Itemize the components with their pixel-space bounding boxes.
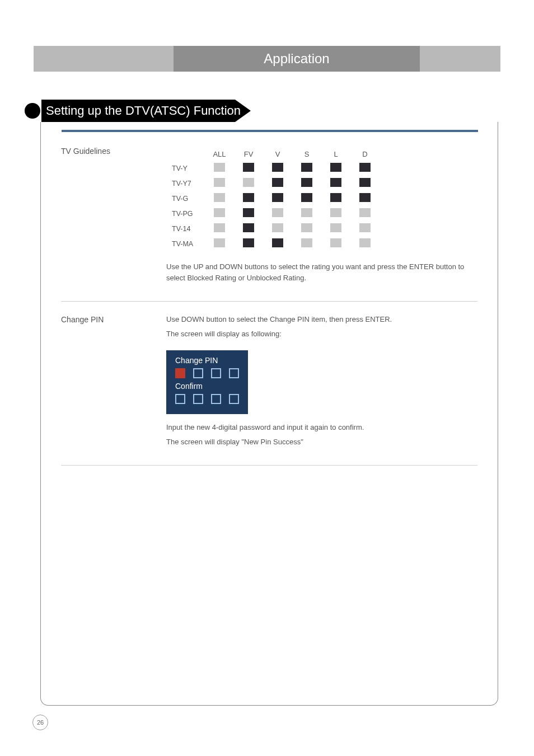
grid-row: TV-MA: [172, 238, 374, 249]
row-label: TV-Y7: [172, 178, 200, 189]
pin-row-2: [175, 394, 239, 404]
row-label: TV-MA: [172, 238, 200, 249]
grid-cell: [210, 193, 229, 204]
square-dark-icon: [272, 238, 283, 247]
grid-cell: [268, 223, 287, 234]
pin-box-title1: Change PIN: [175, 356, 239, 365]
tv-guidelines-section: TV Guidelines ALL FV V S L D TV-YTV-Y7TV…: [61, 130, 477, 299]
square-grey-icon: [330, 208, 341, 217]
square-dark-icon: [301, 178, 312, 187]
square-grey-icon: [214, 238, 225, 247]
grid-cell: [268, 178, 287, 189]
grid-cell: [297, 178, 316, 189]
change-pin-section: Change PIN Use DOWN button to select the…: [61, 304, 477, 463]
square-grey-icon: [301, 238, 312, 247]
tv-guidelines-label: TV Guidelines: [61, 145, 139, 287]
grid-cell: [210, 223, 229, 234]
grid-cell: [210, 208, 229, 219]
pin-box-title2: Confirm: [175, 382, 239, 391]
square-dark-icon: [272, 178, 283, 187]
grid-cell: [326, 193, 345, 204]
pin-digit-empty: [193, 394, 203, 404]
separator: [61, 465, 477, 466]
section-heading: Setting up the DTV(ATSC) Function: [34, 104, 241, 118]
square-dark-icon: [243, 223, 254, 232]
grid-cell: [297, 238, 316, 249]
square-grey-icon: [301, 223, 312, 232]
col-all: ALL: [210, 150, 229, 158]
grid-cell: [239, 208, 258, 219]
pin-row-1: [175, 368, 239, 378]
grid-cell: [326, 238, 345, 249]
square-dark-icon: [359, 163, 371, 172]
grid-cell: [326, 178, 345, 189]
header-tab: Application: [174, 46, 420, 72]
grid-cell: [239, 178, 258, 189]
square-grey-icon: [301, 208, 312, 217]
square-dark-icon: [301, 193, 312, 202]
grid-cell: [326, 163, 345, 173]
square-dark-icon: [243, 193, 254, 202]
square-dark-icon: [359, 193, 371, 202]
grid-cell: [268, 163, 287, 173]
grid-cell: [355, 223, 374, 234]
square-grey-icon: [330, 238, 341, 247]
square-dark-icon: [243, 163, 254, 172]
grid-cell: [326, 223, 345, 234]
change-pin-label: Change PIN: [61, 314, 139, 450]
square-grey-icon: [214, 223, 225, 232]
square-grey-icon: [359, 223, 371, 232]
grid-cell: [268, 238, 287, 249]
grid-cell: [355, 193, 374, 204]
header-tab-label: Application: [174, 46, 420, 72]
change-pin-para1: Use DOWN button to select the Change PIN…: [166, 314, 477, 325]
square-dark-icon: [359, 178, 371, 187]
pin-digit-filled: [175, 368, 185, 378]
square-dark-icon: [330, 193, 341, 202]
square-grey-icon: [359, 238, 371, 247]
pin-digit-empty: [193, 368, 203, 378]
col-l: L: [326, 150, 345, 158]
square-dark-icon: [330, 163, 341, 172]
grid-header-row: ALL FV V S L D: [172, 150, 374, 158]
grid-cell: [268, 208, 287, 219]
pin-digit-empty: [211, 368, 221, 378]
square-grey-icon: [214, 178, 225, 187]
col-v: V: [268, 150, 287, 158]
tv-guidelines-instruction: Use the UP and DOWN buttons to select th…: [166, 261, 477, 283]
pin-digit-empty: [229, 368, 239, 378]
square-grey-icon: [214, 193, 225, 202]
grid-row: TV-PG: [172, 208, 374, 219]
grid-cell: [210, 238, 229, 249]
row-label: TV-G: [172, 193, 200, 204]
square-grey-icon: [272, 223, 283, 232]
tv-guidelines-grid: ALL FV V S L D TV-YTV-Y7TV-GTV-PGTV-14TV…: [162, 145, 385, 253]
square-dark-icon: [243, 238, 254, 247]
grid-cell: [268, 193, 287, 204]
square-grey-icon: [330, 223, 341, 232]
grid-cell: [239, 238, 258, 249]
grid-cell: [239, 163, 258, 173]
row-label: TV-PG: [172, 208, 200, 219]
square-dark-icon: [272, 163, 283, 172]
col-d: D: [355, 150, 374, 158]
grid-row: TV-14: [172, 223, 374, 234]
grid-cell: [297, 193, 316, 204]
square-grey-icon: [214, 163, 225, 172]
grid-cell: [355, 238, 374, 249]
col-s: S: [297, 150, 316, 158]
row-label: TV-14: [172, 223, 200, 234]
grid-row: TV-G: [172, 193, 374, 204]
square-dark-icon: [301, 163, 312, 172]
pin-digit-empty: [229, 394, 239, 404]
square-dark-icon: [272, 193, 283, 202]
content-frame: TV Guidelines ALL FV V S L D TV-YTV-Y7TV…: [40, 122, 498, 706]
heading-bullet-icon: [25, 103, 40, 119]
change-pin-para2: The screen will display as following:: [166, 328, 477, 340]
square-grey-icon: [243, 178, 254, 187]
change-pin-box: Change PIN Confirm: [166, 350, 248, 414]
grid-row: TV-Y7: [172, 178, 374, 189]
grid-row: TV-Y: [172, 163, 374, 173]
grid-cell: [355, 178, 374, 189]
square-grey-icon: [272, 208, 283, 217]
